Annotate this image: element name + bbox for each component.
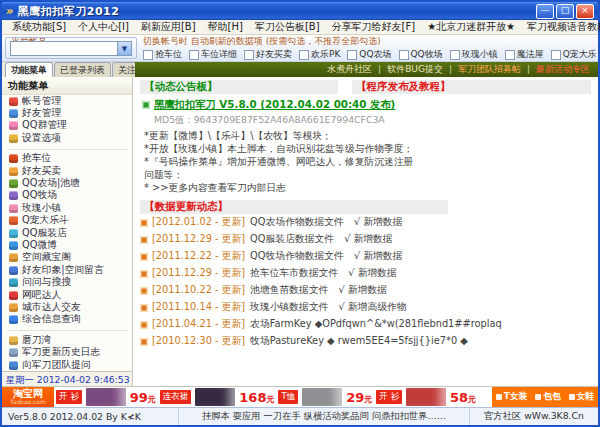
menu-item[interactable]: 军刀视频语音教程: [521, 20, 600, 34]
sidebar-item-friend-manage[interactable]: 好友管理: [2, 107, 132, 119]
sidebar-item-friend-impression[interactable]: 好友印象|空间留言: [2, 264, 132, 276]
minimize-button[interactable]: —: [536, 4, 554, 19]
separator: [7, 326, 127, 331]
update-icon: [140, 321, 148, 329]
topbar-link[interactable]: 最新活动专区: [527, 63, 590, 76]
refresh-checkbox[interactable]: 魔法屋: [505, 48, 544, 61]
checkbox-icon[interactable]: [189, 50, 199, 60]
ad-category[interactable]: 女鞋: [569, 391, 595, 403]
ad-price[interactable]: 58元: [450, 390, 476, 405]
title-bar[interactable]: » 黑鹰扣扣军刀2012 — □ ×: [2, 2, 598, 20]
chevron-down-icon[interactable]: ▼: [117, 42, 131, 55]
ad-category[interactable]: T女装: [496, 391, 528, 403]
checkbox-icon[interactable]: [143, 50, 153, 60]
announcement-line: *更新【微博】\【乐斗】\【农牧】等模块；: [144, 129, 598, 142]
sidebar-item-label: QQ农场|池塘: [22, 177, 80, 189]
ad-price[interactable]: 168元: [239, 390, 274, 405]
sidebar-item-settings[interactable]: 设置选项: [2, 132, 132, 144]
refresh-checkbox[interactable]: 车位详细: [189, 48, 237, 61]
announcement-line: *『号码操作菜单』增加开通微博、网吧达人，修复防沉迷注册: [144, 155, 598, 168]
sidebar-item-rose-town[interactable]: 玫瑰小镇: [2, 202, 132, 214]
sidebar-item-qq-group-manage[interactable]: QQ群管理: [2, 120, 132, 132]
sidebar-item-pet-fight[interactable]: Q宠大乐斗: [2, 215, 132, 227]
status-date: 星期一 2012-04-02 9:46:53: [6, 374, 128, 385]
topbar-link[interactable]: 水煮舟社区: [327, 63, 372, 76]
ad-photo[interactable]: [86, 388, 126, 406]
topbar-link[interactable]: 军刀团队招募帖: [449, 63, 521, 76]
announcement-line: *开放【玫瑰小镇】本土脚本，自动识别花盆等级与作物季度；: [144, 142, 598, 155]
sidebar-tabs: 功能菜单已登录列表关注: [2, 62, 135, 77]
menu-item[interactable]: ★北京刀迷群开放★: [421, 20, 521, 34]
ad-price[interactable]: 29元: [346, 390, 372, 405]
menu-item[interactable]: 军刀公告板[B]: [249, 20, 326, 34]
checkbox-icon[interactable]: [450, 50, 460, 60]
board-title-strip: 【动态公告板】: [140, 80, 338, 94]
taobao-logo[interactable]: 淘宝网 Taobao.com: [2, 387, 54, 407]
checkbox-icon[interactable]: [299, 50, 309, 60]
menu-item[interactable]: 个人中心[I]: [72, 20, 135, 34]
sidebar-item-sharpen-knife[interactable]: 磨刀湾: [2, 334, 132, 346]
refresh-checkbox[interactable]: 抢车位: [143, 48, 182, 61]
sidebar-item-label: 好友印象|空间留言: [22, 264, 104, 276]
refresh-checkbox[interactable]: 好友买卖: [244, 48, 292, 61]
checkbox-icon[interactable]: [551, 50, 561, 60]
menu-item[interactable]: 分享军刀给好友[F]: [326, 20, 422, 34]
topbar-link[interactable]: 软件BUG提交: [378, 63, 443, 76]
refresh-checkbox[interactable]: QQ农场: [347, 48, 391, 61]
ad-tag[interactable]: 开 衫: [56, 390, 82, 404]
refresh-checkbox[interactable]: 欢乐PK: [299, 48, 340, 61]
sidebar-item-weibo[interactable]: QQ微博: [2, 239, 132, 251]
sidebar-item-treasure-pavilion[interactable]: 空间藏宝阁: [2, 252, 132, 264]
menu-item[interactable]: 系统功能[S]: [6, 20, 72, 34]
sidebar-item-icon: [9, 266, 18, 275]
ad-tag[interactable]: 开 衫: [376, 390, 402, 404]
sidebar-item-pasture[interactable]: QQ牧场: [2, 190, 132, 202]
sidebar-item-info-query[interactable]: 综合信息查询: [2, 314, 132, 326]
ad-category[interactable]: 包包: [535, 391, 561, 403]
sidebar-item-label: 好友买卖: [22, 165, 61, 177]
sidebar-item-icon: [9, 291, 18, 300]
update-icon: [140, 304, 148, 312]
ad-tag[interactable]: 连衣裙: [160, 390, 192, 404]
refresh-checkbox[interactable]: QQ牧场: [399, 48, 443, 61]
sidebar-item-friend-trade[interactable]: 好友买卖: [2, 165, 132, 177]
ad-banner[interactable]: 淘宝网 Taobao.com 开 衫 99元 连衣裙 168元 T恤 29元 开…: [2, 386, 598, 407]
ad-photo[interactable]: [302, 388, 342, 406]
ad-tag[interactable]: T恤: [278, 390, 298, 404]
update-date: [2011.10.14 - 更新]: [152, 301, 245, 314]
checkbox-icon[interactable]: [399, 50, 409, 60]
ad-photo[interactable]: [406, 388, 446, 406]
menu-item[interactable]: 刷新应用[B]: [135, 20, 202, 34]
sidebar-item-update-history[interactable]: 军刀更新历史日志: [2, 346, 132, 358]
app-icon: »: [5, 5, 15, 17]
menu-item[interactable]: 帮助[H]: [202, 20, 249, 34]
sidebar-item-wenwen-sousou[interactable]: 问问与搜搜: [2, 276, 132, 288]
official-site-link[interactable]: 官方社区 wWw.3K8.Cn: [469, 408, 598, 425]
ad-photo[interactable]: [195, 388, 235, 406]
sidebar-item-netbar-daren[interactable]: 网吧达人: [2, 289, 132, 301]
refresh-checkbox[interactable]: 玫瑰小镇: [450, 48, 498, 61]
version-release-link[interactable]: 黑鹰扣扣军刀 V5.8.0 (2012.04.02 00:40 发布): [154, 98, 395, 112]
sidebar-item-farm-pond[interactable]: QQ农场|池塘: [2, 177, 132, 189]
tab[interactable]: 已登录列表: [54, 62, 111, 77]
sidebar-item-parking[interactable]: 抢车位: [2, 153, 132, 165]
tab[interactable]: 功能菜单: [5, 62, 53, 77]
sidebar-item-icon: [9, 167, 18, 176]
ad-price[interactable]: 99元: [130, 390, 156, 405]
maximize-button[interactable]: □: [556, 4, 574, 19]
refresh-checkboxes: 抢车位 车位详细 好友买卖 欢乐PK: [143, 48, 596, 61]
checkbox-label: 车位详细: [201, 48, 237, 61]
checkbox-icon[interactable]: [244, 50, 254, 60]
sidebar-item-city-daren[interactable]: 城市达人交友: [2, 301, 132, 313]
sidebar-item-dress-shop[interactable]: QQ服装店: [2, 227, 132, 239]
update-extra: √ 新增数据: [354, 216, 403, 229]
sidebar-item-icon: [9, 134, 18, 143]
close-button[interactable]: ×: [576, 4, 594, 19]
account-combobox[interactable]: ▼: [10, 41, 132, 56]
update-row: [2011.04.21 - 更新] 农场FarmKey ◆OPdfqwn^&*w…: [140, 316, 591, 333]
sidebar-item-ask-team[interactable]: 向军刀团队提问: [2, 359, 132, 371]
sidebar-item-account-manage[interactable]: 帐号管理: [2, 95, 132, 107]
checkbox-icon[interactable]: [505, 50, 515, 60]
refresh-checkbox[interactable]: Q宠大乐斗: [551, 48, 596, 61]
checkbox-icon[interactable]: [347, 50, 357, 60]
